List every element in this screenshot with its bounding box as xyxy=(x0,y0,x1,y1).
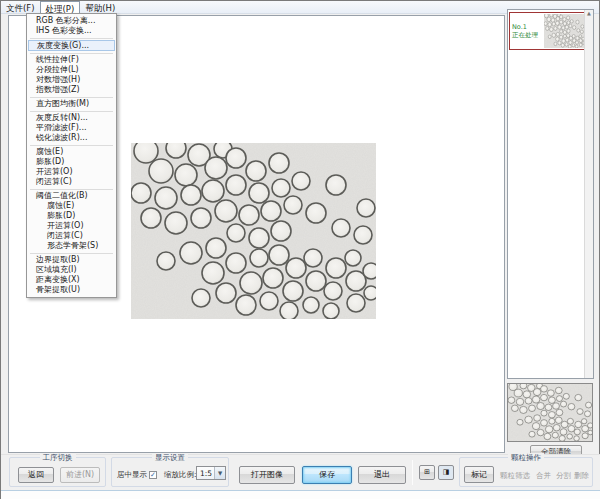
menu-option-close-op[interactable]: 闭运算(C) xyxy=(28,177,115,187)
menu-option-distance-transform[interactable]: 距离变换(X) xyxy=(28,275,115,285)
menubar-item-process[interactable]: 处理(P) xyxy=(40,1,81,13)
status-bar xyxy=(1,490,600,499)
menu-option-histogram-equalize[interactable]: 直方图均衡(M) xyxy=(28,99,115,109)
fit-image-icon-button[interactable]: ◨ xyxy=(438,465,454,480)
menu-option-gray-invert[interactable]: 灰度反转(N)... xyxy=(28,113,115,123)
menu-option-smooth-filter[interactable]: 平滑滤波(F)... xyxy=(28,123,115,133)
zoom-ratio-label: 缩放比例: xyxy=(164,470,197,480)
menu-option-dilate[interactable]: 膨胀(D) xyxy=(28,157,115,167)
menu-option-piecewise-stretch[interactable]: 分段拉伸(L) xyxy=(28,65,115,75)
menu-option-threshold-binarize[interactable]: 阈值二值化(B) xyxy=(28,191,115,201)
menu-option-bin-erode[interactable]: 腐蚀(E) xyxy=(28,201,115,211)
menu-separator xyxy=(28,251,115,255)
center-display-checkbox[interactable]: ✓ xyxy=(149,471,157,479)
menu-separator xyxy=(28,109,115,113)
menu-separator xyxy=(28,36,115,40)
result-group-title: 颗粒操作 xyxy=(508,453,544,463)
center-display-label: 居中显示 xyxy=(117,470,147,480)
menu-separator xyxy=(28,187,115,191)
toolbar-separator xyxy=(412,460,413,485)
menubar-item-file[interactable]: 文件(F) xyxy=(1,1,40,13)
zoom-ratio-combobox[interactable]: 1:5 ▼ xyxy=(196,466,226,480)
image-list-scrollbar[interactable]: ▲ xyxy=(584,10,593,378)
step-group-title: 工序切换 xyxy=(40,453,76,463)
menu-option-bin-dilate[interactable]: 膨胀(D) xyxy=(28,211,115,221)
scroll-up-icon[interactable]: ▲ xyxy=(585,10,593,18)
menu-option-ihs-transform[interactable]: IHS 色彩变换... xyxy=(28,26,115,36)
menu-option-erode[interactable]: 腐蚀(E) xyxy=(28,147,115,157)
menu-option-skeleton-extract[interactable]: 骨架提取(U) xyxy=(28,285,115,295)
menu-option-exp-enhance[interactable]: 指数增强(Z) xyxy=(28,85,115,95)
save-button[interactable]: 保存 xyxy=(302,466,352,484)
chevron-down-icon[interactable]: ▼ xyxy=(214,467,225,479)
grid-view-icon-button[interactable]: ⊞ xyxy=(419,465,435,480)
display-group-title: 显示设置 xyxy=(152,453,188,463)
menu-option-bin-close[interactable]: 闭运算(C) xyxy=(28,231,115,241)
menu-option-gray-transform[interactable]: 灰度变换(G)... xyxy=(28,40,115,51)
process-menu-dropdown: RGB 色彩分离...IHS 色彩变换...灰度变换(G)...线性拉伸(F)分… xyxy=(26,13,117,298)
back-button[interactable]: 返回 xyxy=(18,467,54,483)
micrograph-image xyxy=(131,143,376,319)
image-status-label: 正在处理 xyxy=(512,31,544,39)
image-list-panel: No.1 正在处理 ▲ xyxy=(507,9,594,379)
app-window: 文件(F)处理(P)帮助(H) RGB 色彩分离...IHS 色彩变换...灰度… xyxy=(0,0,600,499)
exit-button[interactable]: 退出 xyxy=(358,466,406,484)
result-action-disabled-0[interactable]: 颗粒筛选 xyxy=(500,471,530,481)
zoom-ratio-value: 1:5 xyxy=(200,469,212,478)
center-display-checkbox-row: 居中显示 ✓ xyxy=(117,470,157,480)
menu-separator xyxy=(28,95,115,99)
menu-option-linear-stretch[interactable]: 线性拉伸(F) xyxy=(28,55,115,65)
image-list-item-label: No.1 正在处理 xyxy=(510,23,544,39)
zoom-ratio-label-row: 缩放比例: xyxy=(164,470,197,480)
mark-button[interactable]: 标记 xyxy=(464,466,494,483)
menu-separator xyxy=(28,51,115,55)
menu-option-bin-open[interactable]: 开运算(O) xyxy=(28,221,115,231)
result-action-disabled-2[interactable]: 分割 xyxy=(556,471,571,481)
forward-button[interactable]: 前进(N) xyxy=(60,467,100,483)
preview-thumbnail xyxy=(507,383,593,442)
image-list-thumbnail xyxy=(544,14,584,48)
menu-option-open-op[interactable]: 开运算(O) xyxy=(28,167,115,177)
result-action-disabled-3[interactable]: 删除 xyxy=(574,471,589,481)
result-action-disabled-1[interactable]: 合并 xyxy=(536,471,551,481)
result-group: 颗粒操作 标记 颗粒筛选合并分割删除 xyxy=(459,457,593,487)
menu-option-sharpen-filter[interactable]: 锐化滤波(R)... xyxy=(28,133,115,143)
display-group: 显示设置 居中显示 ✓ 缩放比例: 1:5 ▼ xyxy=(111,457,229,487)
menu-option-morph-skeleton[interactable]: 形态学骨架(S) xyxy=(28,241,115,251)
menu-option-region-fill[interactable]: 区域填充(I) xyxy=(28,265,115,275)
menu-option-boundary-extract[interactable]: 边界提取(B) xyxy=(28,255,115,265)
menubar-item-help[interactable]: 帮助(H) xyxy=(80,1,120,13)
image-number-label: No.1 xyxy=(512,23,544,31)
step-group: 工序切换 返回 前进(N) xyxy=(9,457,106,487)
image-list-item-selected[interactable]: No.1 正在处理 xyxy=(509,12,585,50)
open-image-button[interactable]: 打开图像 xyxy=(239,466,295,484)
menu-option-log-enhance[interactable]: 对数增强(H) xyxy=(28,75,115,85)
bottom-toolbar: 工序切换 返回 前进(N) 显示设置 居中显示 ✓ 缩放比例: 1:5 ▼ 打开… xyxy=(1,454,600,490)
menu-separator xyxy=(28,143,115,147)
menu-option-rgb-separation[interactable]: RGB 色彩分离... xyxy=(28,16,115,26)
